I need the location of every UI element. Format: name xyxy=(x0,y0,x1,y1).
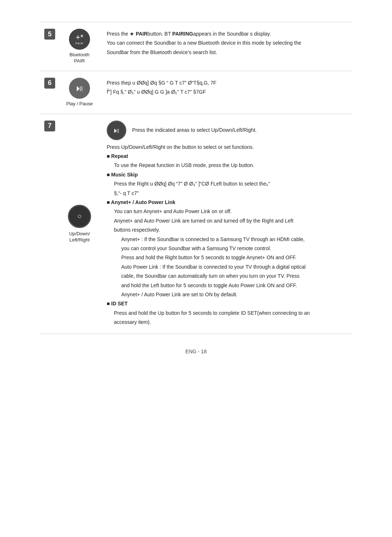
desc-line: Anynet+ / Auto Power Link are set to ON … xyxy=(107,290,348,298)
desc-line: To use the Repeat function in USB mode, … xyxy=(107,161,348,169)
pair-label: PAIR xyxy=(75,42,83,45)
bluetooth-icon-label: Bluetooth PAIR xyxy=(64,52,95,64)
table-row: 7 ○ Up/Down/ Left/Right ⏯ Press the indi… xyxy=(40,114,352,334)
desc-line: Press and hold the Up button for 5 secon… xyxy=(107,309,348,317)
step-cell-6: 6 xyxy=(40,71,60,114)
desc-line: Press the ★ PAIRbutton. BT PAIRINGappear… xyxy=(107,30,348,38)
table-row: 6 ⏯ Play / Pause Press thep u ØØq] Øq §G… xyxy=(40,71,352,114)
step-number-7: 7 xyxy=(44,121,55,131)
desc-line: Auto Power Link : If the Soundbar is con… xyxy=(107,263,348,271)
inline-icon-row: ⏯ Press the indicated areas to select Up… xyxy=(107,121,348,140)
updown-inner-symbol: ○ xyxy=(77,212,82,220)
desc-line: Press and hold the Right button for 5 se… xyxy=(107,253,348,261)
desc-line: buttons respectively. xyxy=(107,226,348,234)
play-icon-label: Play / Pause xyxy=(64,101,95,107)
page-footer: ENG - 18 xyxy=(40,349,352,369)
icon-cell-6: ⏯ Play / Pause xyxy=(60,71,99,114)
icon-cell-7: ○ Up/Down/ Left/Right xyxy=(60,114,99,334)
updown-icon-label: Up/Down/ Left/Right xyxy=(64,231,95,243)
desc-line: ■ Repeat xyxy=(107,152,348,160)
desc-line: and hold the Left button for 5 seconds t… xyxy=(107,281,348,289)
updown-icon: ○ xyxy=(68,205,91,228)
desc-line: ■ ID SET xyxy=(107,300,348,308)
inline-play-icon: ⏯ xyxy=(107,121,126,140)
desc-line: Anynet+ : If the Soundbar is connected t… xyxy=(107,235,348,243)
bluetooth-symbol: +* xyxy=(75,33,83,41)
table-row: 5 +* PAIR Bluetooth PAIR Press the ★ PAI… xyxy=(40,22,352,71)
desc-line: §,“- q T c7” xyxy=(107,189,348,197)
desc-line: Press Up/Down/Left/Right on the button t… xyxy=(107,143,348,151)
instruction-table: 5 +* PAIR Bluetooth PAIR Press the ★ PAI… xyxy=(40,22,352,334)
desc-line: Soundbar from the Bluetooth device’s sea… xyxy=(107,48,348,56)
desc-line: Anynet+ and Auto Power Link are turned o… xyxy=(107,217,348,225)
desc-line: You can connect the Soundbar to a new Bl… xyxy=(107,39,348,47)
desc-line: cable, the Soundbar can automatically tu… xyxy=(107,272,348,280)
inline-play-symbol: ⏯ xyxy=(113,125,120,136)
desc-cell-7: ⏯ Press the indicated areas to select Up… xyxy=(99,114,352,334)
inline-desc: Press the indicated areas to select Up/D… xyxy=(132,126,257,134)
desc-cell-5: Press the ★ PAIRbutton. BT PAIRINGappear… xyxy=(99,22,352,71)
desc-line: ■ Anynet+ / Auto Power Link xyxy=(107,198,348,206)
desc-line: ḟ”] Fq §,” Ø₁” u ØØq] G G ]a Ø₁” T c7” §… xyxy=(107,88,348,96)
page-number: ENG - 18 xyxy=(185,349,207,354)
desc-line: Press thep u ØØq] Øq §G “ G T c7” Ø“T§q,… xyxy=(107,79,348,87)
play-pause-icon: ⏯ xyxy=(69,78,90,99)
desc-line: You can turn Anynet+ and Auto Power Link… xyxy=(107,207,348,215)
desc-line: ■ Music Skip xyxy=(107,171,348,179)
play-symbol: ⏯ xyxy=(75,83,84,93)
step-cell-7: 7 xyxy=(40,114,60,334)
icon-cell-5: +* PAIR Bluetooth PAIR xyxy=(60,22,99,71)
page-wrapper: 5 +* PAIR Bluetooth PAIR Press the ★ PAI… xyxy=(40,22,352,369)
bluetooth-pair-icon: +* PAIR xyxy=(69,29,90,50)
step-number-6: 6 xyxy=(44,78,55,89)
desc-line: accessary item). xyxy=(107,318,348,326)
desc-cell-6: Press thep u ØØq] Øq §G “ G T c7” Ø“T§q,… xyxy=(99,71,352,114)
step-number-5: 5 xyxy=(44,29,55,40)
step-cell-5: 5 xyxy=(40,22,60,71)
desc-line: you can control your Soundbar with a Sam… xyxy=(107,244,348,252)
desc-line: Press the Right u ØØq] Øq “7” Ø Ø₁” ]“CØ… xyxy=(107,180,348,188)
